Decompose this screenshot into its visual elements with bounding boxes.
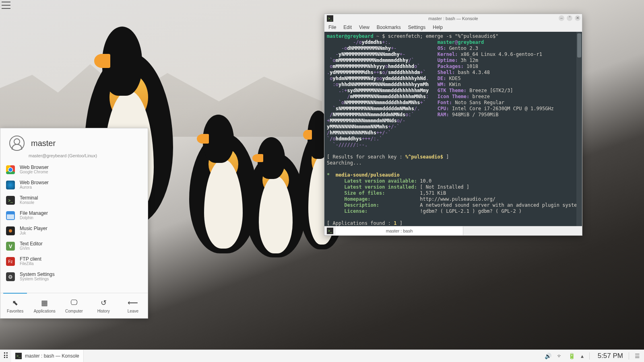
menu-settings[interactable]: Settings	[408, 25, 425, 30]
wallpaper-penguin	[189, 133, 258, 253]
filezilla-icon	[6, 257, 15, 266]
tray-expand-icon[interactable]: ▴	[581, 353, 584, 359]
folder-icon	[6, 211, 15, 220]
favorite-app[interactable]: File ManagerDolphin	[0, 208, 148, 223]
music-icon	[6, 226, 15, 235]
konsole-tab-bar: >_ master : bash	[324, 226, 582, 235]
terminal-output[interactable]: master@greybeard ~ $ screenfetch; emerge…	[324, 32, 582, 226]
chrome-icon	[6, 165, 15, 174]
hamburger-icon[interactable]	[2, 2, 10, 9]
app-subtitle: System Settings	[20, 277, 55, 282]
aurora-icon	[6, 181, 15, 189]
terminal-scrollbar[interactable]	[576, 32, 582, 226]
favorite-app[interactable]: FTP clientFileZilla	[0, 254, 148, 269]
application-launcher: master master@greybeard (Gentoo/Linux) W…	[0, 128, 148, 319]
battery-icon[interactable]: 🔋	[568, 353, 575, 359]
menu-bookmarks[interactable]: Bookmarks	[377, 25, 401, 30]
konsole-icon: >_	[15, 353, 22, 359]
leave-icon: ⟵	[128, 298, 137, 307]
grid-icon: ▦	[40, 298, 49, 307]
tab-label: Favorites	[7, 309, 23, 313]
task-konsole[interactable]: >_ master : bash — Konsole	[11, 350, 84, 362]
favorite-app[interactable]: Text EditorGVim	[0, 239, 148, 254]
konsole-tab[interactable]: master : bash	[336, 226, 463, 235]
tab-leave[interactable]: ⟵Leave	[118, 293, 148, 318]
new-tab-icon[interactable]: >_	[327, 228, 333, 234]
close-button[interactable]: ✕	[575, 15, 580, 21]
menu-file[interactable]: File	[328, 25, 336, 30]
kde-start-button[interactable]: ⠿	[0, 350, 11, 362]
tray-separator	[589, 352, 590, 360]
user-avatar-icon	[9, 136, 25, 151]
maximize-button[interactable]: ˄	[567, 15, 572, 21]
app-subtitle: FileZilla	[20, 262, 41, 266]
window-title: master : bash — Konsole	[324, 16, 582, 21]
tab-label: History	[97, 309, 110, 313]
favorite-app[interactable]: System SettingsSystem Settings	[0, 269, 148, 284]
app-subtitle: Juk	[20, 231, 47, 236]
tab-label: Computer	[65, 309, 83, 313]
wallpaper-penguin	[246, 153, 306, 257]
tray-separator	[629, 352, 629, 360]
favorite-app[interactable]: Web BrowserGoogle Chrome	[0, 162, 148, 177]
favorite-app[interactable]: Music PlayerJuk	[0, 223, 148, 239]
history-icon: ↺	[99, 298, 108, 307]
app-subtitle: Konsole	[20, 201, 38, 205]
menu-view[interactable]: View	[359, 25, 369, 30]
app-subtitle: Google Chrome	[20, 170, 49, 175]
tab-label: Leave	[128, 309, 138, 313]
menu-edit[interactable]: Edit	[343, 25, 352, 30]
terminal-icon	[6, 196, 15, 205]
launcher-user-header: master	[0, 128, 148, 153]
app-subtitle: Dolphin	[20, 216, 48, 220]
tab-computer[interactable]: 🖵Computer	[59, 293, 89, 318]
taskbar: ⠿ >_ master : bash — Konsole 🔊 ᯤ 🔋 ▴ 5:5…	[0, 350, 644, 362]
system-tray: 🔊 ᯤ 🔋 ▴ 5:57 PM ☰	[541, 352, 644, 360]
user-name: master	[31, 139, 56, 148]
cursor-icon: ⬉	[11, 298, 20, 307]
menu-help[interactable]: Help	[433, 25, 443, 30]
show-desktop-icon[interactable]: ☰	[635, 353, 640, 359]
task-label: master : bash — Konsole	[25, 353, 79, 359]
gvim-icon	[6, 242, 15, 251]
favorite-app[interactable]: Web BrowserAurora	[0, 177, 148, 193]
app-subtitle: Aurora	[20, 185, 49, 190]
computer-icon: 🖵	[70, 298, 78, 307]
konsole-window: >_ master : bash — Konsole – ˄ ✕ File Ed…	[324, 14, 582, 236]
wallpaper-mountains	[0, 48, 322, 137]
tab-label: Applications	[34, 309, 56, 313]
wifi-icon[interactable]: ᯤ	[557, 353, 563, 359]
volume-icon[interactable]: 🔊	[545, 353, 551, 359]
launcher-tabs: ⬉Favorites ▦Applications 🖵Computer ↺Hist…	[0, 293, 148, 318]
tab-favorites[interactable]: ⬉Favorites	[0, 293, 30, 318]
app-subtitle: GVim	[20, 247, 43, 251]
minimize-button[interactable]: –	[559, 15, 564, 21]
user-host-label: master@greybeard (Gentoo/Linux)	[29, 153, 148, 158]
clock[interactable]: 5:57 PM	[598, 352, 623, 360]
menu-bar: File Edit View Bookmarks Settings Help	[324, 23, 582, 32]
window-titlebar[interactable]: >_ master : bash — Konsole – ˄ ✕	[324, 14, 582, 23]
favorite-app[interactable]: TerminalKonsole	[0, 193, 148, 208]
tab-label: master : bash	[386, 228, 413, 233]
favorites-list: Web BrowserGoogle ChromeWeb BrowserAuror…	[0, 162, 148, 284]
tab-history[interactable]: ↺History	[89, 293, 118, 318]
settings-icon	[6, 272, 15, 281]
tab-applications[interactable]: ▦Applications	[30, 293, 59, 318]
